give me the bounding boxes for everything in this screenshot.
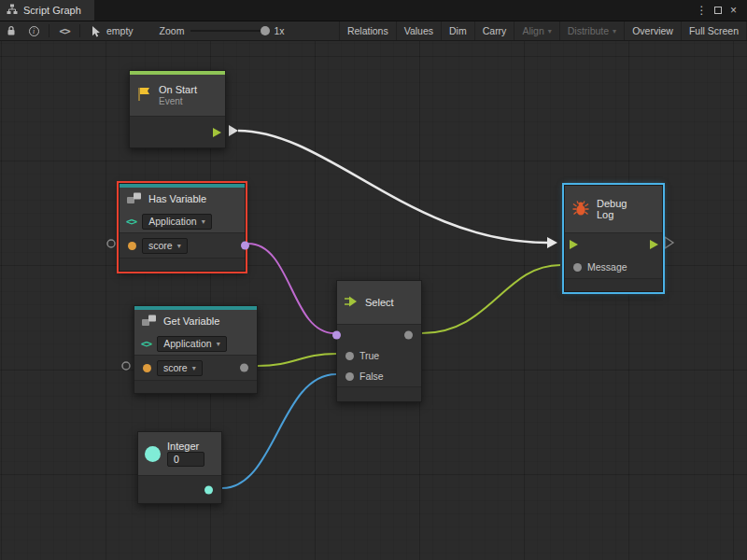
node-footer [120,258,245,271]
flow-output-port[interactable] [650,240,658,249]
integer-value-field[interactable]: 0 [167,452,204,467]
message-port-label: Message [587,261,627,273]
flag-icon [136,86,152,105]
chevron-down-icon: ▾ [177,242,181,250]
toolbar-divider [49,24,49,37]
node-footer [337,386,421,401]
bool-output-port[interactable] [241,242,249,250]
node-footer [565,278,662,291]
flow-dest-arrow [547,237,557,248]
variables-icon [141,314,157,329]
variables-icon [126,191,142,207]
bug-icon [571,200,590,218]
wire-flow-onstart-to-debuglog [238,131,547,243]
dim-button[interactable]: Dim [441,21,474,40]
false-port-label: False [359,371,384,382]
node-title: Has Variable [148,193,206,204]
node-select[interactable]: Select True False [336,280,422,402]
node-title: Debug [597,198,627,209]
carry-button[interactable]: Carry [474,21,514,40]
unconnected-port-hasvariable[interactable] [107,240,115,247]
node-port-area [138,475,221,503]
node-has-variable[interactable]: Has Variable <> Application ▾ score ▾ [119,183,246,272]
node-footer [134,380,257,393]
scope-value: Application [148,216,196,227]
distribute-button[interactable]: Distribute▾ [559,21,624,40]
name-input-port[interactable] [128,242,136,250]
node-port-area [130,116,225,147]
zoom-value: 1x [274,25,284,36]
chevron-down-icon: ▾ [548,27,552,35]
window-controls: ⋮ × [694,0,747,21]
zoom-slider[interactable] [190,30,267,32]
variable-name-dropdown[interactable]: score ▾ [157,360,203,376]
false-input-port[interactable] [345,372,354,381]
message-input-port[interactable] [573,263,582,272]
node-title: On Start [159,84,197,95]
integer-icon [145,446,161,462]
info-letter: i [33,27,35,35]
overview-button[interactable]: Overview [624,21,681,40]
flow-output-port[interactable] [213,128,221,137]
wire-hasvariable-to-select [248,244,334,333]
variable-name-dropdown[interactable]: score ▾ [142,238,188,254]
node-get-variable[interactable]: Get Variable <> Application ▾ score ▾ [134,305,258,394]
chevron-down-icon: ▾ [613,27,616,35]
flow-input-port[interactable] [570,240,578,249]
cursor-icon [84,21,106,40]
node-title: Get Variable [163,315,219,327]
unconnected-port-getvariable[interactable] [122,362,130,370]
node-integer[interactable]: Integer 0 [137,431,222,504]
chevron-down-icon: ▾ [217,340,220,348]
scope-value: Application [163,338,211,349]
toolbar-buttons: Relations Values Dim Carry Align▾ Distri… [339,21,747,40]
graph-icon [7,4,18,17]
lock-icon[interactable] [0,21,22,40]
tab-title: Script Graph [23,5,81,16]
selection-output-port[interactable] [404,331,413,340]
zoom-label: Zoom [160,25,185,36]
full-screen-button[interactable]: Full Screen [681,21,747,40]
variable-name-value: score [148,240,173,251]
select-icon [344,295,359,310]
selection-status: empty [106,25,134,36]
menu-icon[interactable]: ⋮ [694,0,710,21]
name-input-port[interactable] [143,364,151,372]
values-button[interactable]: Values [396,21,441,40]
title-bar: Script Graph ⋮ × [0,0,747,21]
chevron-down-icon: ▾ [202,217,205,226]
flow-continue-arrow[interactable] [665,237,673,248]
align-button[interactable]: Align▾ [514,21,558,40]
close-icon[interactable]: × [726,0,741,21]
wire-select-to-debuglog-message [422,265,560,333]
info-icon[interactable]: i [22,21,45,40]
zoom-slider-knob[interactable] [261,26,270,35]
zoom-control: Zoom 1x [160,25,285,36]
tab-script-graph[interactable]: Script Graph [0,0,94,21]
relations-button[interactable]: Relations [339,21,396,40]
node-title: Integer [167,441,204,452]
graph-toolbar: i <> empty Zoom 1x Relations Values Dim … [0,21,747,41]
condition-input-port[interactable] [332,331,341,340]
true-port-label: True [359,350,379,361]
node-on-start[interactable]: On Start Event [129,70,226,148]
node-subtitle: Log [597,209,627,220]
chevron-down-icon: ▾ [192,364,196,372]
node-subtitle: Event [159,96,197,106]
maximize-icon[interactable] [710,0,726,21]
value-output-port[interactable] [240,364,248,372]
scope-dropdown[interactable]: Application ▾ [142,214,211,230]
true-input-port[interactable] [345,352,354,360]
code-view-icon[interactable]: <> [53,21,76,40]
variable-name-value: score [163,362,188,373]
script-graph-window: Script Graph ⋮ × i <> empty Zoom 1x [0,0,747,560]
scope-dropdown[interactable]: Application ▾ [157,336,226,352]
wire-getvariable-to-select-true [258,354,336,366]
node-title: Select [365,297,394,308]
node-debug-log[interactable]: Debug Log Message [564,185,663,292]
flow-source-arrow [229,125,238,136]
variable-kind-icon: <> [141,338,151,350]
int-output-port[interactable] [204,485,213,494]
graph-canvas[interactable]: On Start Event Has Variable <> Applicati… [0,41,747,560]
code-glyph: <> [59,25,69,37]
